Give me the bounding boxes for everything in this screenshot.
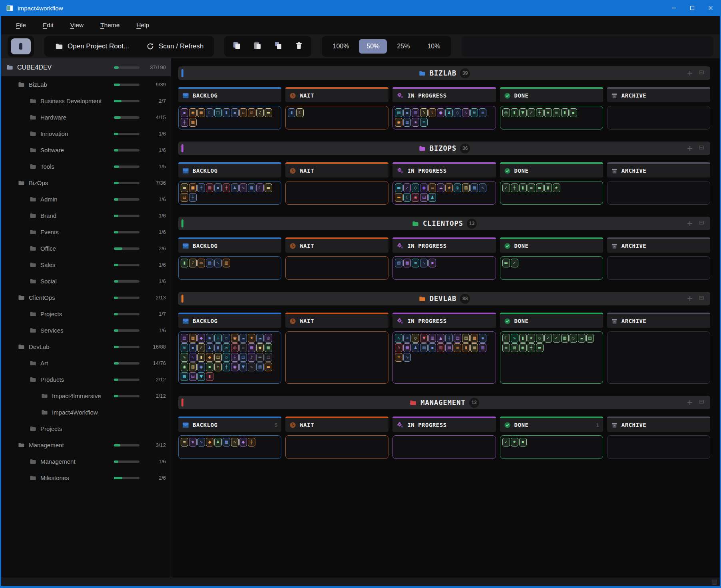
add-card-button[interactable]: + [687, 219, 693, 227]
task-card[interactable]: ∿ [248, 363, 255, 371]
task-card[interactable]: ◇ [454, 108, 461, 117]
task-card[interactable]: ▦ [403, 118, 411, 127]
sidebar-toggle-button[interactable] [11, 38, 31, 54]
task-card[interactable]: ☾ [403, 193, 411, 202]
task-card[interactable]: ▤ [181, 193, 188, 202]
column-dropzone-inprogress[interactable]: ▤▪▥ϟϟ●♟◇∿≋≡◉▦★≡ [392, 106, 496, 130]
column-dropzone-inprogress[interactable]: ∿≋◇▼▥▲┼▤▤▩▪ϟ▩♟▤▪▥▤≡▮▤▥≡∿ [392, 331, 496, 384]
menu-item-theme[interactable]: Theme [92, 18, 128, 32]
task-card[interactable]: ▼ [420, 334, 428, 343]
task-card[interactable]: ☾ [502, 334, 510, 343]
task-card[interactable]: ┼ [511, 183, 518, 192]
task-card[interactable]: ✓ [403, 183, 411, 192]
task-card[interactable]: ∿ [231, 438, 239, 446]
task-card[interactable]: ◇ [570, 334, 577, 343]
task-card[interactable]: ┼ [181, 118, 188, 127]
task-card[interactable]: ▤ [265, 353, 272, 362]
task-card[interactable]: ★ [544, 108, 552, 117]
task-card[interactable]: ▩ [181, 372, 188, 381]
task-card[interactable]: ≡ [181, 438, 188, 446]
column-dropzone-done[interactable]: ✓★▪ [500, 435, 603, 459]
task-card[interactable]: ▪ [519, 438, 527, 446]
tree-item-business-development[interactable]: Business Development2/7 [1, 93, 171, 109]
task-card[interactable]: ▮ [561, 108, 569, 117]
zoom-100pct-button[interactable]: 100% [325, 39, 357, 54]
task-card[interactable]: ◎ [231, 343, 239, 352]
task-card[interactable]: ▥ [189, 363, 197, 371]
task-card[interactable]: ◉ [412, 193, 419, 202]
tree-item-projects[interactable]: Projects1/7 [1, 306, 171, 322]
task-card[interactable]: ▤ [181, 334, 188, 343]
paste-button[interactable] [248, 38, 267, 54]
tree-item-brand[interactable]: Brand1/6 [1, 207, 171, 224]
task-card[interactable]: ▤ [395, 108, 402, 117]
task-card[interactable]: ∿ [197, 438, 205, 446]
task-card[interactable]: ▮ [214, 343, 222, 352]
task-card[interactable]: ≡ [553, 108, 560, 117]
task-card[interactable]: ≋ [470, 108, 478, 117]
task-card[interactable]: ▬ [265, 108, 272, 117]
task-card[interactable]: ∿ [420, 259, 428, 267]
task-card[interactable]: ▬ [395, 183, 402, 192]
task-card[interactable]: ▬ [265, 183, 272, 192]
tree-item-events[interactable]: Events1/6 [1, 224, 171, 240]
task-card[interactable]: ✓ [197, 343, 205, 352]
task-card[interactable]: ☁ [437, 183, 444, 192]
task-card[interactable]: ♟ [428, 193, 436, 202]
add-card-button[interactable]: + [687, 295, 693, 303]
zoom-50pct-button[interactable]: 50% [359, 39, 387, 54]
task-card[interactable]: ┼ [214, 334, 222, 343]
task-card[interactable]: ∿ [395, 334, 402, 343]
minimize-button[interactable] [665, 0, 683, 16]
task-card[interactable]: ✓ [502, 183, 510, 192]
task-card[interactable]: ▤ [445, 343, 453, 352]
task-card[interactable]: ▮ [197, 353, 205, 362]
task-card[interactable]: ▪ [428, 259, 436, 267]
task-card[interactable]: ▤ [462, 334, 470, 343]
tree-item-management[interactable]: Management1/6 [1, 453, 171, 470]
task-card[interactable]: ★ [445, 183, 453, 192]
task-card[interactable]: ▬ [395, 193, 402, 202]
tree-item-bizops[interactable]: BizOps7/36 [1, 175, 171, 191]
task-card[interactable]: ▮ [519, 183, 527, 192]
task-card[interactable]: ▥ [437, 343, 444, 352]
task-card[interactable]: ✓ [528, 108, 535, 117]
task-card[interactable]: ★ [412, 118, 419, 127]
task-card[interactable]: ∿ [403, 353, 411, 362]
collapse-board-button[interactable] [698, 144, 705, 152]
task-card[interactable]: ▦ [265, 343, 272, 352]
zoom-25pct-button[interactable]: 25% [389, 39, 417, 54]
tree-item-cube4dev[interactable]: CUBE4DEV37/190 [1, 58, 171, 76]
task-card[interactable]: ▼ [239, 363, 247, 371]
task-card[interactable]: ▩ [470, 334, 478, 343]
task-card[interactable]: ● [420, 183, 428, 192]
task-card[interactable]: ▥ [412, 108, 419, 117]
task-card[interactable]: ▭ [197, 259, 205, 267]
add-card-button[interactable]: + [687, 399, 693, 407]
task-card[interactable]: ☁ [239, 334, 247, 343]
collapse-board-button[interactable] [698, 399, 705, 407]
close-button[interactable] [701, 0, 720, 16]
tree-item-admin[interactable]: Admin1/6 [1, 191, 171, 207]
task-card[interactable]: ▤ [420, 343, 428, 352]
task-card[interactable]: ▮ [206, 372, 213, 381]
task-card[interactable]: ∿ [189, 353, 197, 362]
task-card[interactable]: ▩ [403, 343, 411, 352]
column-dropzone-done[interactable]: ✓┼▮≡▬▮★ [500, 181, 603, 205]
tree-item-hardware[interactable]: Hardware4/15 [1, 109, 171, 126]
task-card[interactable]: ▥ [223, 259, 230, 267]
task-card[interactable]: ▤ [239, 353, 247, 362]
task-card[interactable]: ☾ [256, 183, 264, 192]
task-card[interactable]: ∿ [511, 334, 518, 343]
task-card[interactable]: ◇ [536, 334, 544, 343]
task-card[interactable]: ♟ [206, 343, 213, 352]
task-card[interactable]: ★ [528, 334, 535, 343]
task-card[interactable]: ∿ [462, 108, 470, 117]
task-card[interactable]: ▩ [470, 183, 478, 192]
task-card[interactable]: ♪ [248, 353, 255, 362]
task-card[interactable]: ≋ [403, 334, 411, 343]
task-card[interactable]: ▥ [428, 334, 436, 343]
task-card[interactable]: ▮ [288, 108, 295, 117]
task-card[interactable]: ┼ [197, 183, 205, 192]
task-card[interactable]: ✓ [511, 259, 518, 267]
